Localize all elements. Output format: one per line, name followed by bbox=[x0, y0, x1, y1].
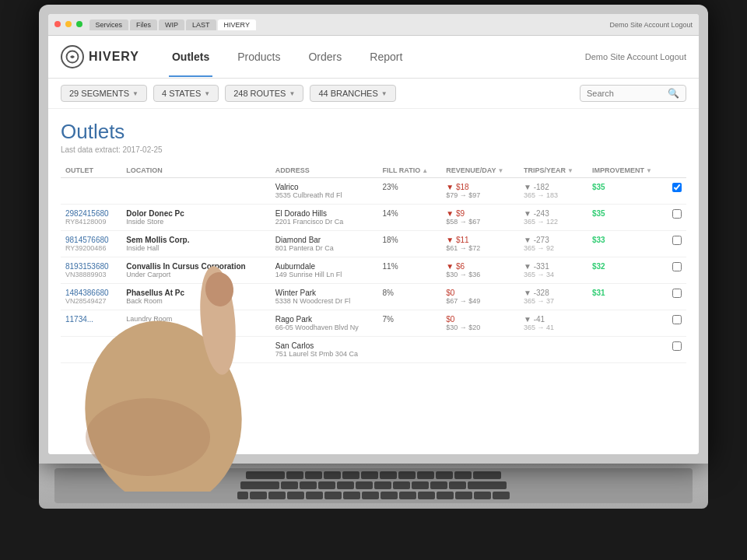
key-tab[interactable] bbox=[246, 471, 285, 479]
table-row[interactable]: 2982415680 RY84128009 Dolor Donec Pc Ins… bbox=[61, 205, 686, 231]
location-cell bbox=[121, 178, 271, 205]
key-r[interactable] bbox=[342, 471, 359, 479]
page-title: Outlets bbox=[61, 120, 686, 144]
key-percent[interactable] bbox=[237, 492, 248, 499]
key-slash[interactable] bbox=[418, 492, 435, 499]
row-checkbox[interactable] bbox=[672, 209, 682, 219]
row-checkbox[interactable] bbox=[672, 183, 682, 192]
key-b[interactable] bbox=[324, 492, 342, 499]
table-row[interactable]: 1484386680 VN28549427 Phasellus At Pc Ba… bbox=[61, 284, 686, 310]
row-checkbox-cell[interactable] bbox=[668, 257, 686, 284]
key-v[interactable] bbox=[306, 492, 323, 499]
row-checkbox[interactable] bbox=[672, 315, 682, 324]
col-improvement[interactable]: IMPROVEMENT ▼ bbox=[587, 163, 668, 178]
row-checkbox[interactable] bbox=[672, 262, 682, 271]
key-d[interactable] bbox=[318, 481, 335, 489]
key-i[interactable] bbox=[417, 471, 434, 479]
table-row[interactable]: Tempor Augue Ac Ltd Hallway San Carlos 7… bbox=[61, 337, 686, 363]
key-s[interactable] bbox=[300, 481, 317, 489]
filter-branches[interactable]: 44 BRANCHES ▼ bbox=[310, 85, 395, 102]
key-o[interactable] bbox=[436, 471, 453, 479]
logo-icon bbox=[61, 45, 84, 68]
browser-tab-last[interactable]: LAST bbox=[186, 19, 216, 30]
browser-tab-wip[interactable]: WIP bbox=[159, 19, 184, 30]
browser-tab-services[interactable]: Services bbox=[89, 19, 129, 30]
col-trips[interactable]: TRIPS/YEAR ▼ bbox=[519, 163, 587, 178]
filter-states[interactable]: 4 STATES ▼ bbox=[153, 85, 219, 102]
search-box[interactable]: 🔍 bbox=[580, 85, 686, 102]
nav-outlets[interactable]: Outlets bbox=[169, 37, 212, 77]
key-comma[interactable] bbox=[381, 492, 398, 499]
key-k[interactable] bbox=[412, 481, 429, 489]
revenue-cell: $0 $67 → $49 bbox=[441, 284, 519, 310]
browser-tab-hivery[interactable]: HIVERY bbox=[218, 19, 256, 30]
table-row[interactable]: 9814576680 RY39200486 Sem Mollis Corp. I… bbox=[61, 231, 686, 257]
row-checkbox[interactable] bbox=[672, 341, 682, 351]
address-cell: Valrico 3535 Culbreath Rd Fl bbox=[271, 178, 378, 205]
fill-ratio-cell: 18% bbox=[378, 231, 442, 257]
key-m[interactable] bbox=[362, 492, 379, 499]
col-revenue[interactable]: REVENUE/DAY ▼ bbox=[441, 163, 519, 178]
browser-right: Demo Site Account Logout bbox=[609, 21, 693, 29]
fill-sort-arrow: ▲ bbox=[422, 167, 428, 174]
key-t[interactable] bbox=[361, 471, 378, 479]
filter-segments[interactable]: 29 SEGMENTS ▼ bbox=[61, 85, 147, 102]
table-row[interactable]: Valrico 3535 Culbreath Rd Fl 23% ▼ $18 $… bbox=[61, 178, 686, 205]
key-caps[interactable] bbox=[240, 481, 279, 489]
key-num3[interactable] bbox=[493, 492, 510, 499]
row-checkbox-cell[interactable] bbox=[668, 178, 686, 205]
revenue-cell: $0 $30 → $20 bbox=[441, 310, 519, 337]
browser-tab-files[interactable]: Files bbox=[130, 19, 157, 30]
key-dot[interactable] bbox=[399, 492, 416, 499]
key-f[interactable] bbox=[337, 481, 354, 489]
key-w[interactable] bbox=[305, 471, 322, 479]
last-extract: Last data extract: 2017-02-25 bbox=[61, 145, 686, 154]
key-q[interactable] bbox=[286, 471, 303, 479]
key-c[interactable] bbox=[287, 492, 304, 499]
row-checkbox-cell[interactable] bbox=[668, 205, 686, 231]
row-checkbox[interactable] bbox=[672, 289, 682, 298]
outlet-id-cell: 9814576680 RY39200486 bbox=[61, 231, 121, 257]
key-n[interactable] bbox=[343, 492, 360, 499]
key-l[interactable] bbox=[430, 481, 447, 489]
key-enter[interactable] bbox=[468, 481, 507, 489]
key-g[interactable] bbox=[356, 481, 373, 489]
key-a[interactable] bbox=[281, 481, 298, 489]
col-fill-ratio[interactable]: FILL RATIO ▲ bbox=[378, 163, 442, 178]
key-amp[interactable] bbox=[437, 492, 454, 499]
filter-routes[interactable]: 248 ROUTES ▼ bbox=[225, 85, 303, 102]
trips-sort-arrow: ▼ bbox=[567, 167, 573, 174]
fill-ratio-cell: 7% bbox=[378, 310, 442, 337]
row-checkbox[interactable] bbox=[672, 236, 682, 245]
key-j[interactable] bbox=[393, 481, 410, 489]
trips-cell: ▼ -328 365 → 37 bbox=[519, 284, 587, 310]
key-y[interactable] bbox=[380, 471, 397, 479]
key-e[interactable] bbox=[324, 471, 341, 479]
fill-ratio-cell bbox=[378, 337, 442, 363]
row-checkbox-cell[interactable] bbox=[668, 284, 686, 310]
nav-orders[interactable]: Orders bbox=[305, 37, 345, 77]
outlet-id-cell: 2982415680 RY84128009 bbox=[61, 205, 121, 231]
key-num1[interactable] bbox=[455, 492, 472, 499]
nav-account: Demo Site Account Logout bbox=[585, 52, 686, 61]
outlet-id-cell: 1484386680 VN28549427 bbox=[61, 284, 121, 310]
nav-products[interactable]: Products bbox=[234, 37, 283, 77]
row-checkbox-cell[interactable] bbox=[668, 231, 686, 257]
row-checkbox-cell[interactable] bbox=[668, 310, 686, 337]
row-checkbox-cell[interactable] bbox=[668, 337, 686, 363]
col-checkbox-header bbox=[668, 163, 686, 178]
nav-report[interactable]: Report bbox=[366, 37, 405, 77]
key-p[interactable] bbox=[454, 471, 472, 479]
key-backspace[interactable] bbox=[473, 471, 501, 479]
key-u[interactable] bbox=[398, 471, 416, 479]
key-h[interactable] bbox=[374, 481, 391, 489]
location-cell: Tempor Augue Ac Ltd Hallway bbox=[121, 337, 271, 363]
key-num2[interactable] bbox=[474, 492, 491, 499]
table-row[interactable]: 11734... Laundry Room Rago Park 66-05 Wo… bbox=[61, 310, 686, 337]
table-row[interactable]: 8193153680 VN38889903 Convallis In Cursu… bbox=[61, 257, 686, 284]
key-z[interactable] bbox=[250, 492, 267, 499]
key-semi[interactable] bbox=[449, 481, 466, 489]
search-input[interactable] bbox=[587, 89, 665, 98]
key-x[interactable] bbox=[268, 492, 286, 499]
improvement-cell: $32 bbox=[587, 257, 668, 284]
